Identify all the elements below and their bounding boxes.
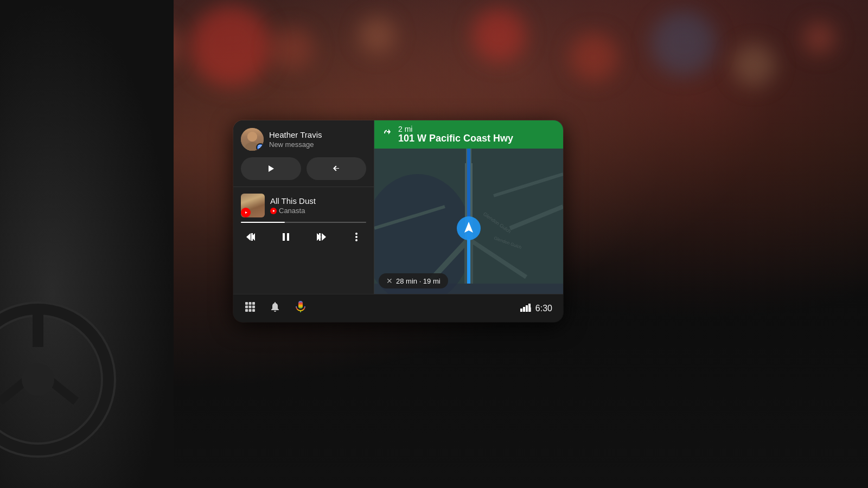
nav-distance: 2 mi 101 W Pacific Coast Hwy [398, 125, 513, 144]
bokeh-8 [651, 11, 716, 76]
eta-text: 28 min · 19 mi [396, 277, 441, 285]
svg-rect-21 [287, 233, 289, 241]
bokeh-7 [570, 33, 618, 81]
pause-button[interactable] [276, 227, 296, 247]
message-info: Heather Travis New message [269, 130, 366, 149]
svg-rect-50 [249, 306, 252, 309]
street-name: 101 W Pacific Coast Hwy [398, 133, 513, 144]
youtube-badge [241, 208, 251, 217]
svg-rect-56 [523, 307, 525, 312]
prev-track-button[interactable] [241, 227, 260, 247]
svg-point-8 [247, 132, 257, 142]
next-track-button[interactable] [311, 227, 331, 247]
svg-marker-13 [269, 165, 274, 172]
svg-marker-17 [246, 233, 251, 241]
clock: 6:30 [535, 304, 552, 313]
distance-text: 2 mi [398, 125, 513, 133]
music-card: All This Dust Canasta [233, 187, 374, 294]
notifications-icon[interactable] [269, 301, 281, 316]
svg-rect-47 [249, 302, 252, 305]
svg-rect-54 [252, 309, 255, 312]
artist-name: Canasta [270, 207, 366, 215]
more-options-button[interactable] [347, 227, 366, 247]
svg-rect-55 [520, 309, 522, 312]
svg-point-27 [355, 239, 358, 241]
sender-name: Heather Travis [269, 130, 366, 140]
bokeh-5 [358, 16, 396, 54]
microphone-icon[interactable] [294, 300, 307, 317]
music-info: All This Dust Canasta [270, 196, 366, 215]
svg-rect-48 [252, 302, 255, 305]
signal-icon [520, 303, 531, 314]
svg-rect-51 [252, 306, 255, 309]
messages-badge [256, 143, 264, 151]
main-content: Heather Travis New message [233, 120, 563, 294]
bottom-bar: 6:30 [233, 294, 563, 322]
svg-marker-24 [322, 233, 326, 241]
eta-close-button[interactable]: ✕ [386, 277, 393, 285]
bokeh-9 [732, 43, 776, 87]
message-actions [241, 157, 366, 180]
svg-rect-20 [283, 233, 285, 241]
steering-wheel-area [0, 0, 174, 488]
svg-rect-59 [529, 307, 531, 312]
bokeh-3 [190, 5, 271, 87]
svg-point-5 [22, 363, 54, 396]
message-subtitle: New message [269, 140, 366, 149]
bokeh-6 [472, 8, 526, 62]
message-header: Heather Travis New message [241, 128, 366, 151]
svg-rect-57 [526, 305, 528, 312]
message-card: Heather Travis New message [233, 120, 374, 187]
bokeh-10 [803, 22, 835, 54]
music-controls [241, 227, 366, 247]
reply-message-button[interactable] [307, 157, 367, 180]
turn-arrow-icon [381, 127, 393, 142]
play-message-button[interactable] [241, 157, 301, 180]
nav-header: 2 mi 101 W Pacific Coast Hwy [374, 120, 563, 149]
svg-rect-52 [245, 309, 248, 312]
svg-rect-46 [245, 302, 248, 305]
android-auto-display: Heather Travis New message [233, 120, 563, 322]
music-header: All This Dust Canasta [241, 194, 366, 217]
progress-bar[interactable] [241, 222, 366, 223]
map-panel[interactable]: Glendon Gulch Glendon Gulch [374, 120, 563, 294]
svg-point-26 [355, 236, 358, 238]
svg-rect-23 [319, 233, 321, 241]
svg-point-25 [355, 233, 358, 235]
bottom-left-icons [244, 300, 307, 317]
svg-rect-49 [245, 306, 248, 309]
song-title: All This Dust [270, 196, 366, 206]
eta-badge: ✕ 28 min · 19 mi [379, 273, 448, 288]
apps-icon[interactable] [244, 301, 256, 316]
bokeh-4 [271, 27, 315, 70]
left-panel: Heather Travis New message [233, 120, 374, 294]
progress-fill [241, 222, 285, 223]
album-art [241, 194, 265, 217]
svg-rect-53 [249, 309, 252, 312]
avatar [241, 128, 264, 151]
svg-marker-14 [245, 211, 247, 214]
bottom-right-status: 6:30 [520, 303, 552, 314]
